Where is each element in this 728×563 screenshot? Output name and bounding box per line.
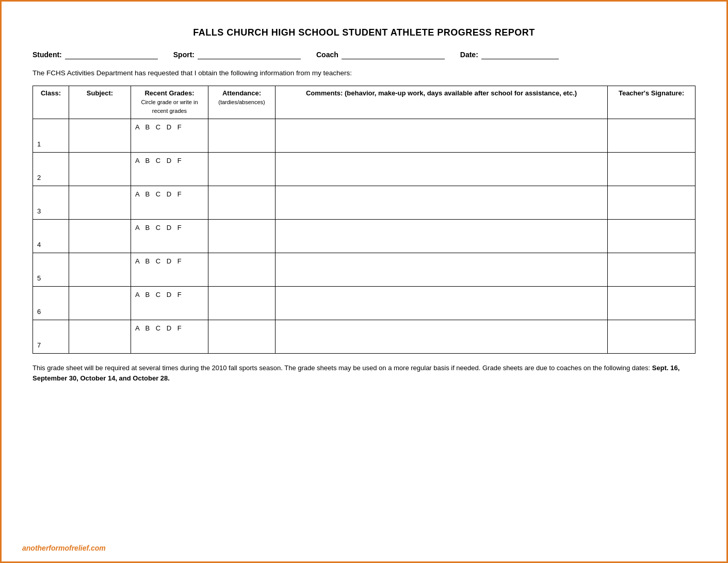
row-num-6: 6 bbox=[33, 286, 69, 320]
table-row: 6 A B C D F bbox=[33, 286, 695, 320]
col-header-signature: Teacher's Signature: bbox=[608, 86, 695, 119]
signature-7 bbox=[608, 320, 695, 353]
subject-6 bbox=[69, 286, 131, 320]
table-row: 7 A B C D F bbox=[33, 320, 695, 353]
attendance-6 bbox=[208, 286, 276, 320]
signature-5 bbox=[608, 253, 695, 286]
table-row: 3 A B C D F bbox=[33, 186, 695, 219]
table-row: 4 A B C D F bbox=[33, 219, 695, 253]
row-num-7: 7 bbox=[33, 320, 69, 353]
student-label: Student: bbox=[33, 51, 62, 59]
attendance-4 bbox=[208, 219, 276, 253]
col-header-subject: Subject: bbox=[69, 86, 131, 119]
coach-underline bbox=[342, 51, 445, 59]
signature-3 bbox=[608, 186, 695, 219]
intro-text: The FCHS Activities Department has reque… bbox=[33, 69, 695, 78]
footer-text: This grade sheet will be required at sev… bbox=[33, 363, 695, 385]
attendance-2 bbox=[208, 152, 276, 186]
date-label: Date: bbox=[460, 51, 478, 59]
attendance-7 bbox=[208, 320, 276, 353]
student-underline bbox=[65, 51, 158, 59]
grades-3: A B C D F bbox=[131, 186, 208, 219]
comments-6 bbox=[276, 286, 608, 320]
date-field: Date: bbox=[460, 51, 559, 59]
col-header-attendance: Attendance: (tardies/absences) bbox=[208, 86, 276, 119]
comments-1 bbox=[276, 119, 608, 152]
signature-2 bbox=[608, 152, 695, 186]
grades-5: A B C D F bbox=[131, 253, 208, 286]
page-title: FALLS CHURCH HIGH SCHOOL STUDENT ATHLETE… bbox=[33, 27, 695, 38]
subject-7 bbox=[69, 320, 131, 353]
watermark: anotherformofrelief.com bbox=[22, 544, 106, 552]
subject-4 bbox=[69, 219, 131, 253]
grades-sub-header: Circle grade or write in recent grades bbox=[141, 99, 198, 114]
grades-4: A B C D F bbox=[131, 219, 208, 253]
row-num-3: 3 bbox=[33, 186, 69, 219]
subject-1 bbox=[69, 119, 131, 152]
signature-4 bbox=[608, 219, 695, 253]
row-num-5: 5 bbox=[33, 253, 69, 286]
subject-5 bbox=[69, 253, 131, 286]
col-header-class: Class: bbox=[33, 86, 69, 119]
comments-2 bbox=[276, 152, 608, 186]
page-wrapper: FALLS CHURCH HIGH SCHOOL STUDENT ATHLETE… bbox=[0, 0, 728, 563]
row-num-4: 4 bbox=[33, 219, 69, 253]
grades-7: A B C D F bbox=[131, 320, 208, 353]
info-row: Student: Sport: Coach Date: bbox=[33, 51, 695, 59]
grades-6: A B C D F bbox=[131, 286, 208, 320]
attendance-sub-header: (tardies/absences) bbox=[218, 99, 265, 105]
table-row: 2 A B C D F bbox=[33, 152, 695, 186]
signature-6 bbox=[608, 286, 695, 320]
comments-5 bbox=[276, 253, 608, 286]
sport-field: Sport: bbox=[173, 51, 301, 59]
col-header-grades: Recent Grades: Circle grade or write in … bbox=[131, 86, 208, 119]
comments-7 bbox=[276, 320, 608, 353]
grades-2: A B C D F bbox=[131, 152, 208, 186]
date-underline bbox=[481, 51, 559, 59]
table-row: 1 A B C D F bbox=[33, 119, 695, 152]
row-num-2: 2 bbox=[33, 152, 69, 186]
col-header-comments: Comments: (behavior, make-up work, days … bbox=[276, 86, 608, 119]
sport-label: Sport: bbox=[173, 51, 195, 59]
table-header-row: Class: Subject: Recent Grades: Circle gr… bbox=[33, 86, 695, 119]
table-row: 5 A B C D F bbox=[33, 253, 695, 286]
attendance-3 bbox=[208, 186, 276, 219]
sport-underline bbox=[198, 51, 301, 59]
attendance-5 bbox=[208, 253, 276, 286]
signature-1 bbox=[608, 119, 695, 152]
row-num-1: 1 bbox=[33, 119, 69, 152]
attendance-1 bbox=[208, 119, 276, 152]
student-field: Student: bbox=[33, 51, 158, 59]
footer-text-1: This grade sheet will be required at sev… bbox=[33, 364, 652, 372]
coach-label: Coach bbox=[316, 51, 338, 59]
subject-2 bbox=[69, 152, 131, 186]
coach-field: Coach bbox=[316, 51, 445, 59]
grades-1: A B C D F bbox=[131, 119, 208, 152]
subject-3 bbox=[69, 186, 131, 219]
comments-3 bbox=[276, 186, 608, 219]
comments-4 bbox=[276, 219, 608, 253]
grades-table: Class: Subject: Recent Grades: Circle gr… bbox=[33, 86, 695, 354]
